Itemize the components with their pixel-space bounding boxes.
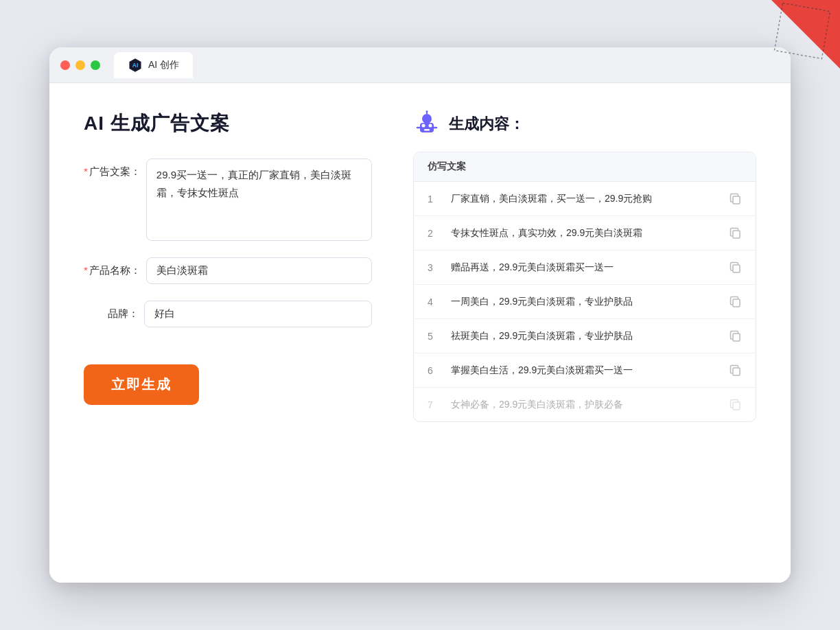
generate-button[interactable]: 立即生成 [84, 364, 199, 405]
ad-copy-textarea[interactable]: 29.9买一送一，真正的厂家直销，美白淡斑霜，专抹女性斑点 [146, 159, 372, 241]
required-star-1: * [84, 165, 88, 177]
page-title: AI 生成广告文案 [84, 110, 372, 137]
maximize-button[interactable] [91, 60, 100, 70]
result-text: 专抹女性斑点，真实功效，29.9元美白淡斑霜 [451, 226, 720, 240]
product-name-label: *产品名称： [84, 257, 141, 277]
table-row: 7 女神必备，29.9元美白淡斑霜，护肤必备 [414, 388, 756, 421]
product-name-input[interactable] [146, 257, 372, 284]
left-panel: AI 生成广告文案 *广告文案： 29.9买一送一，真正的厂家直销，美白淡斑霜，… [84, 110, 372, 555]
browser-tab[interactable]: AI AI 创作 [114, 52, 193, 78]
result-text: 掌握美白生活，29.9元美白淡斑霜买一送一 [451, 363, 720, 377]
results-table: 仿写文案 1 厂家直销，美白淡斑霜，买一送一，29.9元抢购 2 专抹女性斑点，… [413, 152, 756, 422]
svg-rect-5 [420, 123, 434, 132]
svg-rect-17 [733, 334, 740, 341]
copy-icon[interactable] [730, 227, 742, 240]
svg-rect-8 [424, 129, 430, 131]
brand-input[interactable] [144, 301, 372, 327]
result-text: 赠品再送，29.9元美白淡斑霜买一送一 [451, 260, 720, 275]
copy-icon[interactable] [730, 261, 742, 274]
svg-rect-19 [733, 402, 740, 410]
table-row: 4 一周美白，29.9元美白淡斑霜，专业护肤品 [414, 285, 756, 319]
copy-icon[interactable] [730, 296, 742, 308]
browser-content: AI 生成广告文案 *广告文案： 29.9买一送一，真正的厂家直销，美白淡斑霜，… [49, 83, 791, 583]
svg-point-6 [422, 124, 425, 128]
result-number: 5 [428, 331, 441, 342]
required-star-2: * [84, 264, 88, 276]
minimize-button[interactable] [75, 60, 85, 70]
svg-text:AI: AI [132, 62, 139, 69]
browser-titlebar: AI AI 创作 [49, 47, 791, 83]
ad-copy-label: *广告文案： [84, 159, 141, 178]
traffic-lights [60, 60, 100, 70]
results-list: 1 厂家直销，美白淡斑霜，买一送一，29.9元抢购 2 专抹女性斑点，真实功效，… [414, 182, 756, 421]
result-number: 6 [428, 365, 441, 376]
copy-icon[interactable] [730, 193, 742, 205]
svg-point-7 [429, 124, 432, 128]
ad-copy-form-group: *广告文案： 29.9买一送一，真正的厂家直销，美白淡斑霜，专抹女性斑点 [84, 159, 372, 241]
result-number: 7 [428, 399, 441, 410]
brand-label: 品牌： [84, 301, 139, 320]
close-button[interactable] [60, 60, 70, 70]
result-text: 一周美白，29.9元美白淡斑霜，专业护肤品 [451, 294, 720, 309]
copy-icon[interactable] [730, 364, 742, 377]
ai-tab-icon: AI [128, 58, 143, 73]
main-content: AI 生成广告文案 *广告文案： 29.9买一送一，真正的厂家直销，美白淡斑霜，… [49, 83, 791, 583]
result-number: 3 [428, 262, 441, 273]
copy-icon[interactable] [730, 330, 742, 342]
svg-point-10 [426, 110, 428, 113]
results-table-header: 仿写文案 [414, 152, 756, 182]
table-row: 1 厂家直销，美白淡斑霜，买一送一，29.9元抢购 [414, 182, 756, 216]
browser-window: AI AI 创作 AI 生成广告文案 *广告文案： 29.9买一送一，真正的厂家… [49, 47, 791, 583]
robot-icon [413, 110, 441, 138]
svg-rect-18 [733, 368, 740, 375]
result-number: 2 [428, 228, 441, 239]
table-row: 5 祛斑美白，29.9元美白淡斑霜，专业护肤品 [414, 319, 756, 353]
svg-rect-16 [733, 299, 740, 307]
table-row: 3 赠品再送，29.9元美白淡斑霜买一送一 [414, 250, 756, 285]
svg-rect-14 [733, 231, 740, 238]
right-panel: 生成内容： 仿写文案 1 厂家直销，美白淡斑霜，买一送一，29.9元抢购 2 专… [413, 110, 756, 555]
result-text: 祛斑美白，29.9元美白淡斑霜，专业护肤品 [451, 329, 720, 343]
svg-point-4 [422, 114, 432, 124]
result-number: 1 [428, 194, 441, 205]
svg-rect-15 [733, 265, 740, 272]
brand-form-group: 品牌： [84, 301, 372, 327]
result-text: 厂家直销，美白淡斑霜，买一送一，29.9元抢购 [451, 191, 720, 206]
svg-rect-13 [733, 196, 740, 204]
result-text: 女神必备，29.9元美白淡斑霜，护肤必备 [451, 397, 720, 412]
result-number: 4 [428, 296, 441, 307]
table-row: 2 专抹女性斑点，真实功效，29.9元美白淡斑霜 [414, 216, 756, 250]
results-title: 生成内容： [449, 114, 524, 135]
tab-label: AI 创作 [148, 59, 179, 71]
results-header: 生成内容： [413, 110, 756, 138]
product-name-form-group: *产品名称： [84, 257, 372, 284]
table-row: 6 掌握美白生活，29.9元美白淡斑霜买一送一 [414, 353, 756, 388]
copy-icon[interactable] [730, 399, 742, 411]
